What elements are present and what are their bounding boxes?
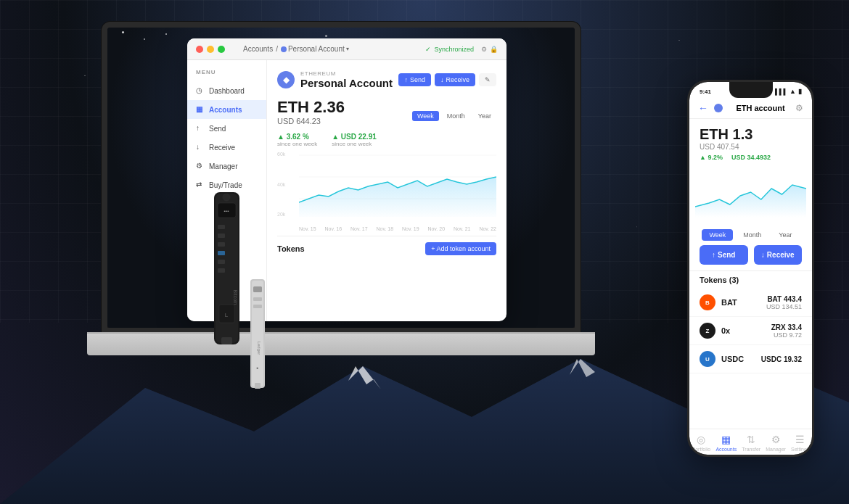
accounts-nav-icon: ▦ bbox=[721, 434, 731, 445]
phone-screen: 9:41 ▌▌▌ ▲ ▮ ← ETH account ⚙ bbox=[689, 82, 812, 455]
minimize-dot[interactable] bbox=[207, 46, 214, 53]
sidebar-item-receive[interactable]: ↓ Receive bbox=[187, 138, 266, 157]
phone-signal-icon: ▌▌▌ bbox=[775, 88, 787, 95]
usdc-balance: USDC 19.32 bbox=[761, 355, 802, 363]
scene-content: Accounts / Personal Account ▾ ✓ Synchron… bbox=[0, 0, 849, 504]
transfer-label: Transfer bbox=[742, 447, 760, 452]
settings-icon[interactable]: ⚙ bbox=[481, 46, 487, 53]
usdc-icon: U bbox=[700, 351, 715, 367]
phone-container: 9:41 ▌▌▌ ▲ ▮ ← ETH account ⚙ bbox=[687, 80, 814, 457]
phone-frame: 9:41 ▌▌▌ ▲ ▮ ← ETH account ⚙ bbox=[687, 80, 814, 457]
chart-y-labels: 60k 40k 20k bbox=[277, 152, 298, 217]
svg-text:Ledger: Ledger bbox=[257, 342, 261, 355]
svg-rect-13 bbox=[218, 225, 225, 229]
accounts-icon: ▦ bbox=[196, 105, 205, 114]
zrx-icon: Z bbox=[700, 323, 715, 339]
sync-status: ✓ Synchronized ⚙ 🔒 bbox=[425, 46, 498, 53]
portfolio-label: Portfolio bbox=[692, 447, 711, 452]
breadcrumb-account[interactable]: Personal Account bbox=[288, 45, 345, 53]
phone-receive-button[interactable]: ↓ Receive bbox=[754, 245, 803, 265]
buytrade-icon: ⇄ bbox=[196, 181, 205, 189]
phone-title-area: ETH account bbox=[714, 104, 795, 112]
svg-rect-29 bbox=[255, 383, 261, 389]
transfer-icon: ⇅ bbox=[747, 434, 755, 445]
phone-back-icon[interactable]: ← bbox=[698, 102, 708, 114]
receive-button[interactable]: ↓ Receive bbox=[435, 73, 475, 86]
sidebar-item-send[interactable]: ↑ Send bbox=[187, 119, 266, 138]
sidebar-item-accounts-label: Accounts bbox=[209, 106, 242, 114]
svg-rect-18 bbox=[218, 268, 225, 273]
sidebar-item-manager-label: Manager bbox=[209, 162, 237, 170]
phone-nav-transfer[interactable]: ⇅ Transfer bbox=[742, 434, 760, 452]
account-title-block: ETHEREUM Personal Account bbox=[300, 70, 393, 89]
laptop-screen-inner: Accounts / Personal Account ▾ ✓ Synchron… bbox=[107, 28, 575, 328]
ledger-nano-s: Ledger ▪ bbox=[247, 276, 268, 392]
svg-rect-25 bbox=[253, 286, 262, 292]
add-token-button[interactable]: + Add token account bbox=[425, 242, 496, 255]
sync-label: Synchronized bbox=[434, 46, 474, 53]
phone-stats: ▲ 9.2% USD 34.4932 bbox=[700, 154, 802, 161]
chart-period-year[interactable]: Year bbox=[473, 111, 496, 121]
svg-rect-20 bbox=[221, 337, 232, 344]
manager-nav-icon: ⚙ bbox=[771, 434, 781, 445]
sidebar-item-receive-label: Receive bbox=[209, 144, 235, 152]
sidebar-item-dashboard[interactable]: ◷ Dashboard bbox=[187, 81, 266, 100]
phone-period-month[interactable]: Month bbox=[736, 229, 768, 241]
close-dot[interactable] bbox=[196, 46, 203, 53]
account-header: ◆ ETHEREUM Personal Account ↑ Send bbox=[277, 70, 496, 89]
stat-usd-label: since one week bbox=[332, 141, 377, 147]
phone-actions: ↑ Send ↓ Receive bbox=[689, 245, 812, 270]
phone-balance-usd: USD 407.54 bbox=[700, 143, 802, 151]
phone-period-tabs: Week Month Year bbox=[689, 225, 812, 245]
dashboard-icon: ◷ bbox=[196, 86, 205, 95]
phone-period-year[interactable]: Year bbox=[771, 229, 799, 241]
tokens-section: Tokens + Add token account bbox=[277, 236, 496, 255]
svg-rect-27 bbox=[253, 305, 262, 308]
sidebar-item-dashboard-label: Dashboard bbox=[209, 87, 245, 95]
chart-y-40k: 40k bbox=[277, 182, 298, 187]
portfolio-icon: ◎ bbox=[697, 434, 705, 445]
bat-name: BAT bbox=[721, 298, 766, 307]
phone-send-button[interactable]: ↑ Send bbox=[700, 245, 748, 265]
phone-nav-accounts[interactable]: ▦ Accounts bbox=[715, 434, 737, 452]
send-label: Send bbox=[410, 76, 425, 83]
svg-rect-16 bbox=[218, 251, 225, 255]
send-button[interactable]: ↑ Send bbox=[398, 73, 431, 86]
phone-nav-settings[interactable]: ☰ Settings bbox=[791, 434, 809, 452]
edit-button[interactable]: ✎ bbox=[479, 73, 496, 86]
chart-y-20k: 20k bbox=[277, 212, 298, 217]
chart-period-week[interactable]: Week bbox=[412, 111, 439, 121]
manager-nav-label: Manager bbox=[766, 447, 786, 452]
tokens-label: Tokens bbox=[277, 244, 305, 253]
account-subtitle: ETHEREUM bbox=[300, 70, 393, 77]
phone-period-week[interactable]: Week bbox=[702, 229, 733, 241]
phone-chart-svg bbox=[695, 167, 806, 218]
phone-settings-icon[interactable]: ⚙ bbox=[795, 103, 803, 113]
chart-y-60k: 60k bbox=[277, 152, 298, 157]
phone-nav-manager[interactable]: ⚙ Manager bbox=[766, 434, 786, 452]
phone-nav-portfolio[interactable]: ◎ Portfolio bbox=[692, 434, 711, 452]
sidebar-item-manager[interactable]: ⚙ Manager bbox=[187, 157, 266, 175]
chart-period-month[interactable]: Month bbox=[442, 111, 470, 121]
svg-text:••••: •••• bbox=[223, 209, 229, 213]
stat-percent-value: ▲ 3.62 % bbox=[277, 133, 317, 141]
chart-x-nov20: Nov. 20 bbox=[427, 226, 445, 231]
bat-icon: B bbox=[700, 294, 715, 310]
chart-x-nov16: Nov. 16 bbox=[324, 226, 342, 231]
edit-icon: ✎ bbox=[485, 76, 491, 83]
phone-wifi-icon: ▲ bbox=[789, 88, 796, 95]
settings-nav-label: Settings bbox=[791, 447, 809, 452]
sidebar-item-accounts[interactable]: ▦ Accounts bbox=[187, 100, 266, 119]
svg-text:L: L bbox=[225, 312, 229, 318]
breadcrumb-accounts[interactable]: Accounts bbox=[243, 45, 273, 53]
phone-balance-eth: ETH 1.3 bbox=[700, 126, 802, 143]
phone-tokens-header: Tokens (3) bbox=[689, 270, 812, 289]
receive-label: Receive bbox=[446, 76, 469, 83]
breadcrumb: Accounts / Personal Account ▾ bbox=[243, 45, 349, 53]
svg-point-12 bbox=[223, 194, 230, 201]
lock-icon[interactable]: 🔒 bbox=[490, 46, 498, 53]
svg-rect-15 bbox=[218, 242, 225, 247]
stat-usd: ▲ USD 22.91 since one week bbox=[332, 133, 377, 147]
phone-stat-percent: ▲ 9.2% bbox=[700, 154, 723, 161]
maximize-dot[interactable] bbox=[218, 46, 225, 53]
